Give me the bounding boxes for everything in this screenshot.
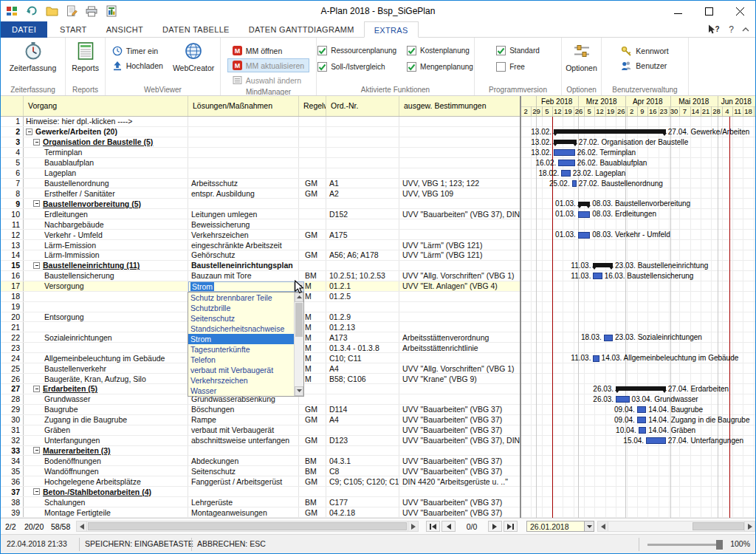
cell-vorgang[interactable]: Hochgelegene Arbeitsplätze <box>24 476 188 486</box>
cell-loesung[interactable] <box>188 127 299 137</box>
cell-bestimmungen[interactable]: UVV "Allg. Vorschriften" (VBG 1) <box>399 271 520 281</box>
cell-bestimmungen[interactable]: UVV "Bauarbeiten" (VBG 37), DIN 199 <box>399 209 520 219</box>
cell-loesung[interactable]: Böschungen <box>188 405 299 414</box>
cell-loesung[interactable] <box>188 117 299 126</box>
gantt-scroll-left-icon[interactable] <box>598 521 608 531</box>
summary-bar-baustelleneinrichtung[interactable] <box>593 263 613 267</box>
cell-regelwerk[interactable]: GM <box>299 436 326 445</box>
collapse-ribbon-icon[interactable] <box>742 27 749 32</box>
cell-bestimmungen[interactable]: UVV "Bauarbeiten" (VBG 37) <box>399 405 520 414</box>
cell-ordnr[interactable]: 01.2.9 <box>326 312 399 322</box>
cell-vorgang[interactable]: Baustellenvorbereitung (5) <box>24 199 188 208</box>
cell-bestimmungen[interactable] <box>399 219 520 229</box>
kennwort-button[interactable]: Kennwort <box>616 44 673 58</box>
dropdown-item-schutz-brennbarer-teile[interactable]: Schutz brennbarer Teile <box>188 293 294 303</box>
gantt-scrollbar-thumb[interactable] <box>693 522 744 530</box>
cell-regelwerk[interactable]: GM <box>299 188 326 198</box>
cell-bestimmungen[interactable]: UVV "Bauarbeiten" (VBG 37), DIN 412 <box>399 436 520 445</box>
cell-bestimmungen[interactable] <box>399 353 520 363</box>
cell-bestimmungen[interactable]: UVV "Elt. Anlagen" (VBG 4) <box>399 281 520 291</box>
cell-vorgang[interactable]: Zugang in die Baugrube <box>24 415 188 425</box>
dropdown-item-schutzbrille[interactable]: Schutzbrille <box>188 303 294 313</box>
tab-extras[interactable]: EXTRAS <box>364 21 419 38</box>
cell-ordnr[interactable]: A4 <box>326 363 399 373</box>
collapse-icon[interactable] <box>33 139 40 146</box>
cell-loesung[interactable] <box>188 446 299 456</box>
cell-loesung[interactable]: Fanggerüst / Arbeitsgerüst <box>188 476 299 486</box>
cell-vorgang[interactable]: Montage Fertigteile <box>24 507 188 517</box>
nav-last-button[interactable] <box>504 521 518 532</box>
nav-prev-button[interactable] <box>441 521 456 532</box>
cell-bestimmungen[interactable] <box>399 199 520 208</box>
tab-ansicht[interactable]: ANSICHT <box>97 21 153 38</box>
cell-regelwerk[interactable]: BM <box>299 271 326 281</box>
cell-loesung[interactable]: Baustelleneinrichtungsplan <box>188 261 299 270</box>
collapse-icon[interactable] <box>33 447 40 454</box>
cell-ordnr[interactable]: A4 <box>326 415 399 425</box>
cell-regelwerk[interactable] <box>299 425 326 435</box>
cell-ordnr[interactable] <box>326 148 399 157</box>
cell-editor-combobox[interactable]: Strom <box>188 281 304 292</box>
cell-loesung[interactable]: Beweissicherung <box>188 219 299 229</box>
task-bar-grundwasser[interactable] <box>616 396 629 403</box>
cell-ordnr[interactable]: D123 <box>326 436 399 445</box>
checkbox-icon[interactable] <box>496 62 506 72</box>
cell-ordnr[interactable] <box>326 487 399 496</box>
cell-vorgang[interactable]: Beton-/Stahlbetonarbeiten (4) <box>24 487 188 496</box>
date-dropdown-icon[interactable] <box>584 521 594 531</box>
cell-vorgang[interactable]: Gewerke/Arbeiten (20) <box>24 127 188 137</box>
cell-loesung[interactable]: Rampe <box>188 415 299 425</box>
cell-regelwerk[interactable]: BM <box>299 497 326 507</box>
task-bar-terminplan[interactable] <box>554 149 575 156</box>
dropdown-item-tagesunterkünfte[interactable]: Tagesunterkünfte <box>188 344 294 355</box>
cell-loesung[interactable]: Seitenschutz <box>188 466 299 476</box>
cell-vorgang[interactable]: Unterfangungen <box>24 436 188 445</box>
cell-regelwerk[interactable]: GM <box>299 179 326 188</box>
cell-ordnr[interactable] <box>326 384 399 394</box>
maximize-button[interactable] <box>693 1 724 21</box>
cell-ordnr[interactable]: 01.2.13 <box>326 322 399 332</box>
cell-loesung[interactable]: eingeschränkte Arbeitszeit <box>188 240 299 250</box>
task-bar-gräben[interactable] <box>639 427 646 434</box>
cell-bestimmungen[interactable] <box>399 261 520 270</box>
cell-bestimmungen[interactable]: Arbeitsstättenverordnung <box>399 332 520 342</box>
cell-vorgang[interactable]: Erdarbeiten (5) <box>24 384 188 394</box>
dropdown-item-strom[interactable]: Strom <box>188 334 294 344</box>
reports-button[interactable]: Reports <box>67 39 103 72</box>
cell-ordnr[interactable]: C8 <box>326 466 399 476</box>
cell-regelwerk[interactable] <box>299 158 326 168</box>
cell-regelwerk[interactable] <box>299 261 326 270</box>
cell-loesung[interactable] <box>188 487 299 496</box>
cell-ordnr[interactable] <box>326 302 399 312</box>
zoom-slider[interactable] <box>647 544 723 546</box>
cell-loesung[interactable]: Gehörschutz <box>188 250 299 260</box>
cell-bestimmungen[interactable] <box>399 117 520 126</box>
cell-vorgang[interactable]: Lageplan <box>24 168 188 178</box>
cell-vorgang[interactable] <box>24 292 188 301</box>
standard-checkbox[interactable]: Standard <box>496 45 540 56</box>
tab-daten-ganttdiagramm[interactable]: DATEN GANTTDIAGRAMM <box>239 21 364 38</box>
cell-bestimmungen[interactable] <box>399 127 520 137</box>
cell-bestimmungen[interactable]: UVV "Lärm" (VBG 121) <box>399 250 520 260</box>
cell-bestimmungen[interactable]: UVV "Bauarbeiten" (VBG 37) <box>399 415 520 425</box>
cell-bestimmungen[interactable] <box>399 322 520 332</box>
cell-ordnr[interactable]: 04.3.1 <box>326 456 399 465</box>
cell-loesung[interactable]: entspr. Ausbildung <box>188 188 299 198</box>
cell-vorgang[interactable]: Maurerarbeiten (3) <box>24 446 188 456</box>
column-header-vorgang[interactable]: Vorgang <box>24 96 188 116</box>
cell-ordnr[interactable]: A175 <box>326 230 399 239</box>
cell-ordnr[interactable]: D114 <box>326 405 399 414</box>
cell-regelwerk[interactable] <box>299 168 326 178</box>
cell-ordnr[interactable]: C10; C11 <box>326 353 399 363</box>
scroll-right-icon[interactable] <box>408 521 418 531</box>
cell-ordnr[interactable]: 01.3.4 - 01.3.8 <box>326 343 399 352</box>
task-bar-verkehr-umfeld[interactable] <box>578 232 590 239</box>
checkbox-icon[interactable] <box>407 62 416 72</box>
cell-vorgang[interactable]: Terminplan <box>24 148 188 157</box>
cell-vorgang[interactable]: Bauablaufplan <box>24 158 188 168</box>
cell-vorgang[interactable]: Bodenöffnungen <box>24 456 188 465</box>
column-header-lösungen-maßnahmen[interactable]: Lösungen/Maßnahmen <box>188 96 299 116</box>
task-bar-zugang-in-die-baugrube[interactable] <box>637 417 646 423</box>
cell-vorgang[interactable]: Baustellenverkehr <box>24 363 188 373</box>
cell-vorgang[interactable] <box>24 302 188 312</box>
